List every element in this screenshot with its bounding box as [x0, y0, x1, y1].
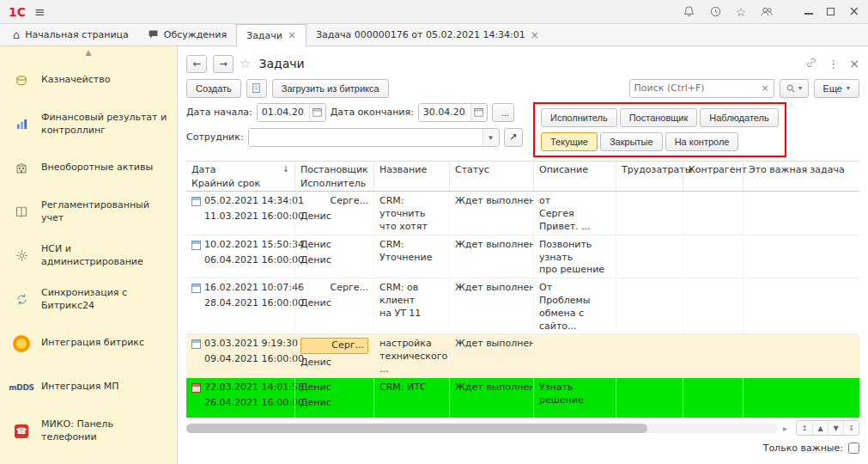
employee-input[interactable] [249, 129, 483, 146]
tab-home[interactable]: ⌂ Начальная страница [3, 24, 138, 46]
filter-director-button[interactable]: Постановщик [620, 108, 698, 127]
close-icon[interactable]: × [848, 5, 859, 18]
cell-important [743, 235, 859, 281]
table-row-selected-green[interactable]: 22.03.2021 14:01:58 26.04.2021 16:00:00 … [186, 378, 859, 418]
column-header-director[interactable]: Постановщик Исполнитель [294, 162, 373, 191]
restore-icon[interactable] [827, 8, 835, 15]
main-menu-icon[interactable]: ≡ [34, 4, 46, 20]
sidebar-scroll-up-icon[interactable]: ▲ [0, 48, 177, 58]
cell-effort [616, 278, 683, 336]
date-start-field [257, 103, 326, 122]
column-header-effort[interactable]: Трудозатраты [616, 162, 683, 191]
date-start-label: Дата начала: [186, 107, 252, 118]
finance-chart-icon [10, 118, 33, 131]
cell-director: Денис Денис [294, 235, 373, 281]
page-down-button[interactable]: ▼ [828, 421, 843, 435]
selected-cell[interactable]: Серг... [300, 338, 368, 354]
filter-executor-button[interactable]: Исполнитель [541, 108, 617, 127]
filter-area: Дата начала: Дата окончания: ... Сотрудн… [186, 101, 859, 157]
employee-open-button[interactable]: ↗ [504, 128, 523, 147]
sidebar-item-label: Синхронизация с Битрикс24 [41, 287, 170, 312]
search-input[interactable] [630, 80, 757, 97]
bell-icon[interactable] [683, 5, 695, 18]
sidebar-item-nsi-administration[interactable]: НСИ и администрирование [0, 234, 177, 278]
tab-close-icon[interactable]: × [531, 29, 539, 41]
sidebar-item-financial-result[interactable]: Финансовый результат и контроллинг [0, 102, 177, 146]
date-end-input[interactable] [419, 104, 470, 121]
scroll-right-icon[interactable]: ▸ [783, 424, 787, 433]
go-to-bottom-button[interactable]: ↧ [843, 421, 859, 435]
period-more-button[interactable]: ... [492, 103, 514, 122]
link-icon[interactable] [805, 57, 817, 71]
search-button[interactable]: ▾ [780, 79, 809, 98]
users-icon[interactable] [760, 5, 774, 18]
minimize-icon[interactable] [804, 9, 813, 15]
chevron-down-icon: ▾ [798, 84, 802, 92]
back-button[interactable]: ← [186, 55, 207, 73]
tab-tasks[interactable]: Задачи × [236, 24, 307, 46]
tab-discussions[interactable]: Обсуждения [138, 24, 236, 46]
create-button[interactable]: Создать [186, 79, 241, 98]
cell-name: CRM: ИТС [373, 378, 449, 418]
column-header-date[interactable]: Дата↓ Крайний срок [186, 162, 294, 191]
load-from-bitrix-button[interactable]: Загрузить из битрикса [272, 79, 389, 98]
history-icon[interactable] [709, 5, 722, 18]
table-row[interactable]: 10.02.2021 15:50:34 06.04.2021 16:00:00 … [186, 235, 859, 279]
column-header-deadline: Крайний срок [191, 178, 289, 189]
only-important-checkbox[interactable] [848, 443, 859, 454]
calendar-icon[interactable] [470, 104, 487, 121]
column-header-contractor[interactable]: Контрагент [683, 162, 743, 191]
copy-document-button[interactable] [246, 79, 267, 98]
sidebar-item-treasury[interactable]: Казначейство [0, 58, 177, 102]
search-clear-icon[interactable]: × [757, 80, 774, 97]
filter-current-button[interactable]: Текущие [541, 132, 598, 151]
task-date: 22.03.2021 14:01:58 [204, 382, 304, 394]
sidebar-item-regulated-accounting[interactable]: Регламентированный учет [0, 190, 177, 234]
column-header-description[interactable]: Описание [533, 162, 616, 191]
list-navigation-buttons: ↥ ▲ ▼ ↧ [796, 420, 859, 436]
date-start-input[interactable] [258, 104, 309, 121]
page-title: Задачи [258, 57, 304, 70]
form-close-icon[interactable]: × [849, 57, 859, 70]
cell-status: Ждет выполнения [449, 278, 533, 336]
filter-observer-button[interactable]: Наблюдатель [700, 108, 778, 127]
table-row[interactable]: 16.02.2021 10:07:46 28.04.2021 16:00:00 … [186, 278, 859, 334]
sidebar-item-label: Интеграция битрикс [41, 337, 144, 349]
horizontal-scrollbar[interactable] [186, 424, 778, 433]
calendar-icon[interactable] [309, 104, 325, 121]
more-menu-icon[interactable]: ⋮ [828, 58, 839, 70]
table-row[interactable]: 05.02.2021 14:34:01 11.03.2021 16:00:00 … [186, 192, 859, 235]
sidebar-item-bitrix-integration[interactable]: Интеграция битрикс [0, 321, 177, 365]
filter-closed-button[interactable]: Закрытые [600, 132, 663, 151]
cell-contractor [683, 334, 743, 380]
sidebar-item-mp-integration[interactable]: mDDS Интеграция МП [0, 365, 177, 409]
favorite-star-icon[interactable]: ☆ [240, 56, 251, 71]
scrollbar-thumb[interactable] [186, 424, 647, 433]
column-header-name[interactable]: Название [373, 162, 449, 191]
more-button[interactable]: Еще▾ [814, 79, 859, 98]
task-deadline: 26.04.2021 16:00:00 [204, 397, 289, 410]
sidebar-item-label: Финансовый результат и контроллинг [41, 112, 170, 137]
filter-oncontrol-button[interactable]: На контроле [665, 132, 739, 151]
page-up-button[interactable]: ▲ [812, 421, 828, 435]
home-icon: ⌂ [13, 28, 20, 41]
sidebar-item-noncurrent-assets[interactable]: Внеоборотные активы [0, 146, 177, 190]
sidebar-item-label: МИКО: Панель телефонии [41, 418, 170, 443]
sidebar-item-bitrix24-sync[interactable]: Синхронизация с Битрикс24 [0, 278, 177, 321]
column-header-important[interactable]: Это важная задача [743, 162, 859, 191]
cell-contractor [683, 192, 743, 237]
cell-important [743, 192, 859, 237]
column-header-status[interactable]: Статус [449, 162, 533, 191]
cell-name: CRM: ов клиент на УТ 11 [373, 278, 449, 336]
horizontal-scroll-row: ▸ ↥ ▲ ▼ ↧ [186, 422, 859, 434]
sidebar-item-miko-telephony[interactable]: ☎ МИКО: Панель телефонии [0, 409, 177, 453]
chevron-down-icon[interactable]: ▾ [483, 129, 499, 146]
cell-effort [616, 192, 683, 237]
tab-task-000000176[interactable]: Задача 000000176 от 05.02.2021 14:34:01 … [307, 24, 549, 46]
tab-close-icon[interactable]: × [288, 29, 296, 41]
forward-button[interactable]: → [213, 55, 234, 73]
cell-director: Серге... Денис [294, 192, 373, 237]
favorites-star-icon[interactable]: ☆ [736, 5, 747, 19]
table-row-highlighted[interactable]: 03.03.2021 9:19:30 09.04.2021 16:00:00 С… [186, 334, 859, 378]
go-to-top-button[interactable]: ↥ [797, 421, 812, 435]
